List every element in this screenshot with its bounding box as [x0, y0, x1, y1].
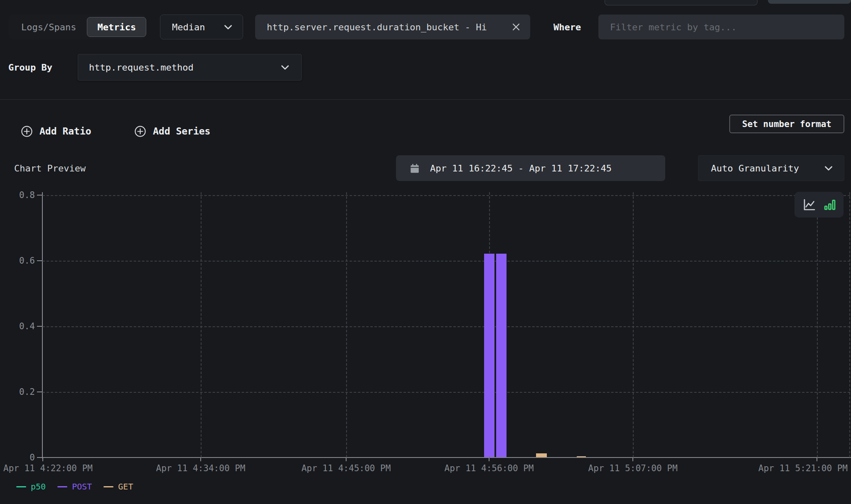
y-axis-tick [37, 326, 42, 327]
legend-label: p50 [31, 482, 46, 492]
legend-swatch [16, 486, 26, 487]
gridline-vertical [817, 192, 818, 458]
plot-area: 0.80.60.40.20Apr 11 4:22:00 PMApr 11 4:3… [42, 195, 850, 458]
aggregation-select[interactable]: Median [160, 15, 243, 39]
legend-swatch [57, 486, 67, 487]
group-by-select[interactable]: http.request.method [78, 54, 302, 81]
gridline-horizontal [42, 261, 850, 262]
where-label: Where [553, 15, 581, 39]
group-by-label: Group By [8, 54, 52, 81]
x-axis-tick [632, 458, 633, 461]
x-axis-tick [346, 458, 347, 461]
bar-POST [484, 254, 494, 457]
chevron-down-icon [223, 22, 234, 32]
x-axis-tick [42, 458, 43, 461]
top-partial-button[interactable] [768, 0, 851, 4]
x-tick-label: Apr 11 4:22:00 PM [3, 463, 93, 473]
x-axis [39, 457, 851, 458]
section-divider [0, 99, 851, 100]
gridline-vertical [849, 192, 850, 458]
y-tick-label: 0 [0, 453, 35, 462]
x-tick-label: Apr 11 4:34:00 PM [156, 463, 246, 473]
legend-label: POST [72, 482, 92, 492]
time-range-picker[interactable]: Apr 11 16:22:45 - Apr 11 17:22:45 [396, 155, 665, 181]
x-tick-label: Apr 11 5:21:00 PM [758, 463, 848, 473]
tag-filter-input[interactable] [598, 15, 844, 39]
legend: p50POSTGET [16, 482, 133, 492]
gridline-horizontal [42, 326, 850, 327]
bar-POST [496, 254, 507, 457]
x-axis-tick [817, 458, 817, 461]
gridline-vertical [346, 192, 347, 458]
set-number-format-button[interactable]: Set number format [729, 115, 844, 133]
y-axis-tick [37, 457, 42, 458]
y-axis-tick [37, 391, 42, 392]
y-tick-label: 0.6 [0, 256, 35, 266]
y-tick-label: 0.2 [0, 387, 35, 397]
top-partial-input[interactable] [605, 0, 758, 5]
add-series-label: Add Series [153, 126, 210, 137]
group-by-value: http.request.method [89, 62, 194, 73]
metric-pill[interactable]: http.server.request.duration_bucket - Hi [255, 15, 530, 39]
legend-label: GET [118, 482, 133, 492]
gridline-vertical [633, 192, 634, 458]
gridline-horizontal [42, 195, 850, 196]
granularity-select[interactable]: Auto Granularity [698, 155, 844, 181]
legend-item-p50[interactable]: p50 [16, 482, 46, 492]
gridline-horizontal [42, 392, 850, 393]
close-icon[interactable] [511, 22, 521, 32]
line-chart-icon[interactable] [802, 197, 817, 212]
bar-chart-icon[interactable] [824, 198, 836, 211]
legend-item-GET[interactable]: GET [103, 482, 133, 492]
x-tick-label: Apr 11 4:45:00 PM [301, 463, 391, 473]
plus-circle-icon [134, 125, 146, 137]
legend-item-POST[interactable]: POST [57, 482, 92, 492]
calendar-icon [409, 163, 420, 174]
chart-preview-title: Chart Preview [14, 155, 86, 181]
tab-logs-spans[interactable]: Logs/Spans [11, 17, 86, 37]
metric-name: http.server.request.duration_bucket - Hi [267, 22, 487, 32]
tab-metrics[interactable]: Metrics [87, 17, 146, 37]
gridline-vertical [201, 192, 202, 458]
bar-GET [536, 453, 547, 457]
add-ratio-label: Add Ratio [39, 126, 91, 137]
chevron-down-icon [280, 62, 290, 73]
legend-swatch [103, 486, 113, 487]
aggregation-value: Median [172, 22, 205, 32]
x-tick-label: Apr 11 4:56:00 PM [445, 463, 534, 473]
add-series-button[interactable]: Add Series [134, 122, 210, 140]
x-tick-label: Apr 11 5:07:00 PM [588, 463, 678, 473]
chevron-down-icon [823, 163, 834, 174]
plus-circle-icon [21, 125, 33, 137]
y-tick-label: 0.8 [0, 190, 35, 200]
time-range-text: Apr 11 16:22:45 - Apr 11 17:22:45 [430, 163, 612, 174]
bar-GET [577, 456, 586, 457]
y-tick-label: 0.4 [0, 321, 35, 331]
granularity-value: Auto Granularity [711, 163, 799, 174]
chart-type-toggle [794, 192, 844, 218]
add-ratio-button[interactable]: Add Ratio [21, 122, 91, 140]
source-toggle: Logs/Spans Metrics [9, 15, 146, 39]
x-axis-tick [200, 458, 201, 461]
y-axis [42, 192, 43, 458]
y-axis-tick [37, 195, 42, 196]
y-axis-tick [37, 260, 42, 261]
x-axis-tick [489, 458, 489, 461]
